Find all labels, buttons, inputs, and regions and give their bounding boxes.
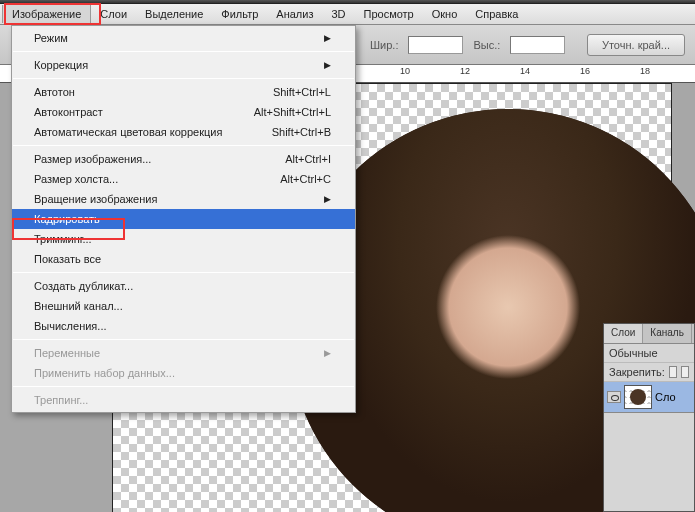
menu-filter[interactable]: Фильтр — [212, 5, 267, 23]
menu-item[interactable]: АвтоконтрастAlt+Shift+Ctrl+L — [12, 102, 355, 122]
menu-item: Применить набор данных... — [12, 363, 355, 383]
layers-panel: Слои Каналь Обычные Закрепить: Сло — [603, 323, 695, 512]
lock-transparency-icon[interactable] — [669, 366, 677, 378]
width-label: Шир.: — [370, 39, 398, 51]
menu-item[interactable]: Вычисления... — [12, 316, 355, 336]
menu-layers[interactable]: Слои — [91, 5, 136, 23]
blend-mode-select[interactable]: Обычные — [609, 347, 658, 359]
menu-item[interactable]: Режим▶ — [12, 28, 355, 48]
menu-item[interactable]: Создать дубликат... — [12, 276, 355, 296]
menu-window[interactable]: Окно — [423, 5, 467, 23]
menu-image[interactable]: Изображение — [2, 5, 91, 23]
menu-item[interactable]: Коррекция▶ — [12, 55, 355, 75]
visibility-icon[interactable] — [607, 391, 621, 403]
menu-item[interactable]: Тримминг... — [12, 229, 355, 249]
lock-pixels-icon[interactable] — [681, 366, 689, 378]
layer-name: Сло — [655, 391, 676, 403]
menu-item[interactable]: Размер холста...Alt+Ctrl+C — [12, 169, 355, 189]
menubar: Изображение Слои Выделение Фильтр Анализ… — [0, 4, 695, 25]
width-input[interactable] — [408, 36, 463, 54]
tab-layers[interactable]: Слои — [604, 324, 643, 343]
menu-item[interactable]: Вращение изображения▶ — [12, 189, 355, 209]
refine-edge-button[interactable]: Уточн. край... — [587, 34, 685, 56]
lock-label: Закрепить: — [609, 366, 665, 378]
height-label: Выс.: — [473, 39, 500, 51]
menu-item[interactable]: Внешний канал... — [12, 296, 355, 316]
menu-analysis[interactable]: Анализ — [267, 5, 322, 23]
menu-item[interactable]: Кадрировать — [12, 209, 355, 229]
menu-help[interactable]: Справка — [466, 5, 527, 23]
menu-select[interactable]: Выделение — [136, 5, 212, 23]
tab-channels[interactable]: Каналь — [643, 324, 692, 343]
menu-3d[interactable]: 3D — [322, 5, 354, 23]
menu-item[interactable]: Размер изображения...Alt+Ctrl+I — [12, 149, 355, 169]
menu-item[interactable]: Показать все — [12, 249, 355, 269]
menu-item[interactable]: АвтотонShift+Ctrl+L — [12, 82, 355, 102]
image-menu-dropdown: Режим▶Коррекция▶АвтотонShift+Ctrl+LАвток… — [11, 25, 356, 413]
menu-view[interactable]: Просмотр — [355, 5, 423, 23]
layer-row[interactable]: Сло — [604, 382, 694, 413]
menu-item[interactable]: Автоматическая цветовая коррекцияShift+C… — [12, 122, 355, 142]
menu-item: Треппинг... — [12, 390, 355, 410]
height-input[interactable] — [510, 36, 565, 54]
layer-thumbnail — [624, 385, 652, 409]
menu-item: Переменные▶ — [12, 343, 355, 363]
